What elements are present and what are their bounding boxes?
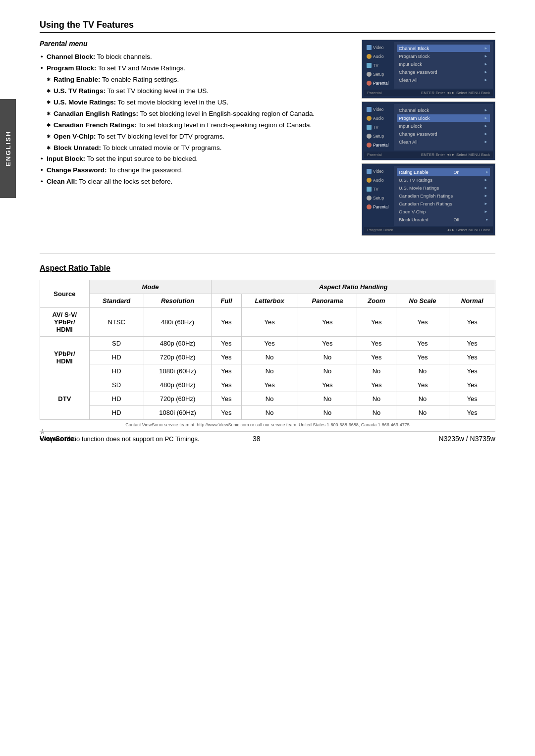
menu-item-label: U.S. Movie Ratings	[399, 185, 439, 191]
menu-item-label: Rating Enable	[399, 169, 428, 175]
table-cell-full: Yes	[212, 337, 241, 351]
table-cell-source: AV/ S-V/YPbPr/HDMI	[40, 308, 90, 337]
table-cell-zoom: Yes	[357, 308, 396, 337]
table-row: AV/ S-V/YPbPr/HDMI NTSC 480i (60Hz) Yes …	[40, 308, 495, 337]
arrow-right-icon: ►	[484, 194, 488, 198]
table-cell-standard: HD	[89, 364, 144, 378]
table-cell-resolution: 480i (60Hz)	[144, 308, 212, 337]
tv-menu-item: Channel Block ►	[397, 45, 490, 52]
table-cell-resolution: 480p (60Hz)	[144, 337, 212, 351]
list-item-sub: U.S. Movie Ratings: To set movie blockin…	[40, 97, 352, 108]
table-cell-normal: Yes	[449, 378, 495, 392]
table-header-panorama: Panorama	[298, 294, 357, 308]
arrow-right-icon: ►	[484, 70, 488, 74]
table-row: HD 720p (60Hz) Yes No No No No Yes	[40, 392, 495, 406]
footer-controls: ENTER Enter ◄/► Select MENU Back	[421, 91, 490, 95]
menu-item-value: On	[453, 170, 459, 175]
tv-menu-item: Program Block ►	[397, 52, 490, 60]
nav-audio: Audio	[365, 177, 393, 184]
table-cell-source: DTV	[40, 378, 90, 420]
table-cell-full: Yes	[212, 378, 241, 392]
table-cell-no-scale: No	[396, 364, 449, 378]
nav-label: Parental	[373, 81, 389, 86]
nav-label: Setup	[373, 134, 384, 139]
item-label: Open V-Chip:	[54, 133, 96, 140]
nav-label: Audio	[373, 178, 384, 183]
table-cell-source: YPbPr/HDMI	[40, 337, 90, 378]
audio-icon	[367, 178, 372, 183]
nav-setup: Setup	[365, 133, 393, 140]
tv-menu-item: Program Block ►	[397, 114, 490, 122]
aspect-ratio-table: Source Mode Aspect Ratio Handling Standa…	[40, 280, 495, 420]
table-cell-panorama: No	[298, 351, 357, 364]
nav-video: Video	[365, 44, 393, 51]
table-cell-panorama: No	[298, 392, 357, 406]
footer-bottom: ViewSonic 38 N3235w / N3735w	[40, 431, 495, 443]
nav-label: Video	[373, 107, 384, 112]
table-header-zoom: Zoom	[357, 294, 396, 308]
list-item: Change Password: To change the password.	[40, 165, 352, 176]
page: ENGLISH Using the TV Features Parental m…	[0, 0, 535, 472]
tv-icon	[367, 125, 372, 130]
table-cell-zoom: Yes	[357, 351, 396, 364]
arrow-right-icon: ►	[484, 116, 488, 120]
nav-audio: Audio	[365, 53, 393, 60]
item-label: U.S. TV Ratings:	[54, 87, 106, 95]
tv-menu-item: U.S. TV Ratings ►	[397, 176, 490, 184]
table-cell-panorama: No	[298, 364, 357, 378]
nav-setup: Setup	[365, 195, 393, 202]
parental-icon	[367, 81, 372, 86]
table-cell-normal: Yes	[449, 351, 495, 364]
tv-nav-1: Video Audio TV Setup	[364, 42, 394, 89]
item-label: Clean All:	[47, 178, 77, 185]
arrow-right-icon: ●	[485, 170, 488, 174]
table-cell-zoom: No	[357, 392, 396, 406]
audio-icon	[367, 54, 372, 59]
nav-video: Video	[365, 106, 393, 113]
nav-label: Setup	[373, 72, 384, 77]
table-cell-full: Yes	[212, 364, 241, 378]
arrow-right-icon: ►	[484, 46, 488, 50]
table-cell-letterbox: No	[241, 351, 298, 364]
table-cell-normal: Yes	[449, 392, 495, 406]
tv-menu-item: Channel Block ►	[397, 106, 490, 114]
list-item-sub: U.S. TV Ratings: To set TV blocking leve…	[40, 86, 352, 97]
table-cell-full: Yes	[212, 406, 241, 420]
table-header-normal: Normal	[449, 294, 495, 308]
menu-item-label: Input Block	[399, 61, 422, 67]
tv-menu-item: Rating Enable On ●	[397, 168, 490, 176]
table-header-standard: Standard	[89, 294, 144, 308]
aspect-ratio-section: Aspect Ratio Table Source Mode Aspect Ra…	[40, 264, 495, 443]
audio-icon	[367, 116, 372, 121]
menu-item-label: Channel Block	[399, 46, 429, 51]
table-cell-no-scale: Yes	[396, 337, 449, 351]
table-header-resolution: Resolution	[144, 294, 212, 308]
tv-footer-1: Parental ENTER Enter ◄/► Select MENU Bac…	[364, 90, 493, 96]
arrow-right-icon: ►	[484, 209, 488, 214]
item-label: Channel Block:	[47, 53, 95, 60]
tv-menu-item: Clean All ►	[397, 138, 490, 146]
setup-icon	[367, 72, 372, 77]
table-cell-letterbox: Yes	[241, 308, 298, 337]
menu-item-label: Channel Block	[399, 107, 429, 113]
tv-menu-content-2: Channel Block ► Program Block ► Input Bl…	[394, 104, 493, 151]
left-content: Parental menu Channel Block: To block ch…	[40, 40, 352, 239]
table-header-source: Source	[40, 280, 90, 308]
tv-footer-3: Program Block ◄/► Select MENU Back	[364, 227, 493, 233]
tv-inner-1: Video Audio TV Setup	[364, 42, 493, 89]
tv-menu-content-1: Channel Block ► Program Block ► Input Bl…	[394, 42, 493, 89]
menu-item-label: Program Block	[399, 115, 429, 121]
tv-screen-2: Video Audio TV Setup	[362, 101, 495, 160]
arrow-right-icon: ►	[484, 140, 488, 144]
setup-icon	[367, 196, 372, 201]
menu-item-label: Change Password	[399, 131, 437, 137]
tv-screen-3: Video Audio TV Setup	[362, 163, 495, 236]
arrow-right-icon: ►	[484, 202, 488, 206]
nav-parental: Parental	[365, 142, 393, 149]
right-content: Video Audio TV Setup	[362, 40, 495, 239]
tv-menu-item: Input Block ►	[397, 122, 490, 130]
nav-label: TV	[373, 63, 378, 68]
list-item: Input Block: To set the input source to …	[40, 153, 352, 165]
table-cell-standard: HD	[89, 351, 144, 364]
table-cell-normal: Yes	[449, 308, 495, 337]
